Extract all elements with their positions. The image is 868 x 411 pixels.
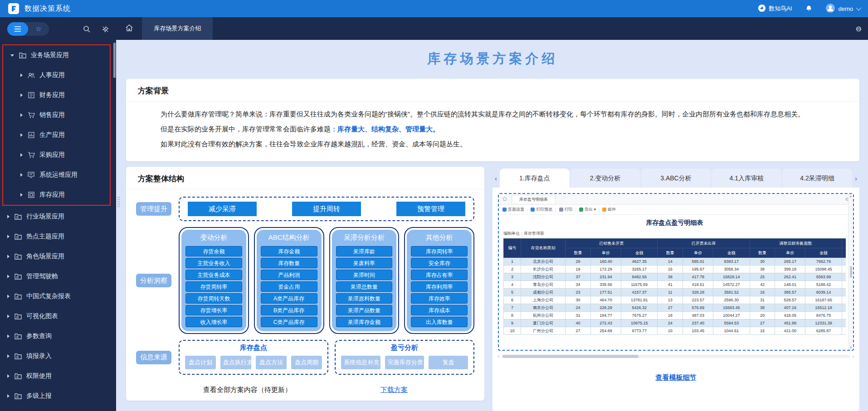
toolbar-打印预览[interactable]: 打印预览 — [531, 207, 552, 213]
analysis-metric-item: 存货余额 — [185, 246, 242, 256]
caret-down-icon[interactable] — [10, 54, 14, 57]
analysis-metric-item: 库存成本 — [411, 305, 468, 315]
directory-view-button[interactable] — [7, 22, 28, 36]
caret-right-icon[interactable] — [20, 73, 23, 77]
sidebar-item[interactable]: 填报录入 — [0, 346, 116, 366]
preview-tab[interactable]: 2.变动分析 — [571, 169, 640, 188]
view-all-text: 查看全部方案内容（待更新） — [203, 386, 292, 394]
monitor-icon — [27, 171, 35, 179]
background-highlight: 库存量大、结构复杂、管理量大。 — [337, 125, 439, 133]
sidebar-item-label: 权限使用 — [26, 372, 52, 380]
template-screenshot: 库存盘亏明细表 ⊖ 页面设置|打印预览|打印|导出 ▾|邮件 库存盘点盈亏明细表… — [498, 193, 854, 351]
sidebar-item[interactable]: 热点主题应用 — [0, 227, 116, 247]
scroll-up-icon[interactable]: ▲ — [849, 195, 852, 198]
caret-right-icon[interactable] — [7, 394, 10, 398]
analysis-column: 变动分析存货余额主营业务收入主营业务成本存货周转率存货周转天数存货增长率收入增长… — [179, 227, 249, 334]
sidebar-resize-handle[interactable] — [117, 196, 120, 208]
toolbar-打印[interactable]: 打印 — [559, 207, 573, 213]
sidebar-item[interactable]: 中国式复杂报表 — [0, 286, 116, 306]
col-group-header: 调整后财务账面数 — [750, 239, 842, 248]
caret-right-icon[interactable] — [20, 133, 23, 137]
col-header-name: 存货名称类别 — [521, 239, 565, 258]
caret-right-icon[interactable] — [7, 255, 10, 258]
toolbar-页面设置[interactable]: 页面设置 — [502, 207, 524, 213]
preview-tab[interactable]: 1.库存盘点 — [500, 169, 570, 188]
sidebar-item[interactable]: 系统运维应用 — [3, 165, 110, 185]
caret-right-icon[interactable] — [7, 275, 10, 278]
report-table: 编号存货名称类别已销售未开票已开票未出库调整后财务账面数实际盘点数数量单价金额数… — [503, 238, 846, 335]
page-content: 库存场景方案介绍 方案背景 为什么要做库存管理呢？简单来说：库存重要但又往往成为… — [116, 40, 868, 411]
sidebar-scrollbar[interactable] — [113, 43, 116, 78]
caret-right-icon[interactable] — [7, 235, 10, 238]
sidebar-item[interactable]: 销售应用 — [3, 105, 110, 125]
col-group-header: 已销售未开票 — [566, 239, 658, 248]
col-sub-header: 单价 — [683, 248, 713, 258]
management-improve-box: 减少呆滞提升周转预警管理 — [179, 197, 474, 221]
user-menu[interactable]: demo — [826, 4, 860, 14]
caret-right-icon[interactable] — [7, 374, 10, 378]
sidebar-item[interactable]: 管理驾驶舱 — [0, 266, 116, 286]
info-source-item: 系统信息补充 — [341, 356, 380, 369]
sidebar-item[interactable]: 分析报告 — [0, 406, 116, 411]
toolbar-邮件[interactable]: 邮件 — [602, 207, 616, 213]
ai-assistant-entry[interactable]: 数知鸟AI — [758, 4, 792, 14]
info-source-item: 盘点计划 — [185, 356, 216, 369]
col-sub-header: 数量 — [842, 248, 846, 258]
tabs-scroll-left-icon[interactable]: ‹ — [493, 174, 499, 188]
pin-off-icon[interactable] — [102, 26, 109, 33]
caret-right-icon[interactable] — [7, 334, 10, 338]
preview-tab[interactable]: 4.2呆滞明细 — [782, 169, 852, 188]
sidebar-item[interactable]: 财务应用 — [3, 85, 110, 105]
sidebar-item[interactable]: 角色场景应用 — [0, 247, 116, 266]
download-plan-link[interactable]: 下载方案 — [380, 386, 408, 394]
sidebar-item[interactable]: 采购应用 — [3, 145, 110, 165]
favorites-view-button[interactable]: ☆ — [28, 22, 49, 36]
caret-right-icon[interactable] — [7, 215, 10, 218]
folder-icon — [14, 372, 22, 380]
scroll-down-icon[interactable]: ▼ — [849, 346, 852, 349]
sidebar-item[interactable]: 业务场景应用 — [3, 45, 110, 65]
caret-right-icon[interactable] — [7, 354, 10, 358]
scroll-left-icon[interactable]: ‹ — [498, 354, 499, 359]
user-name: demo — [838, 5, 853, 12]
view-template-detail-link[interactable]: 查看模板细节 — [498, 373, 854, 382]
toolbar-导出[interactable]: 导出 ▾ — [579, 207, 596, 213]
analysis-column-header: 变动分析 — [185, 232, 242, 245]
folder-icon — [14, 273, 22, 280]
sidebar-item[interactable]: 可视化图表 — [0, 306, 116, 326]
caret-right-icon[interactable] — [20, 173, 23, 177]
preview-tab[interactable]: 4.1入库审核 — [712, 169, 781, 188]
sidebar-item[interactable]: 参数查询 — [0, 326, 116, 346]
caret-right-icon[interactable] — [20, 113, 23, 117]
analysis-metric-item: 库存占有率 — [411, 270, 468, 280]
sidebar-item-label: 采购应用 — [39, 151, 65, 159]
analysis-metric-item: 安全库存 — [411, 258, 468, 268]
mini-toolbar: 页面设置|打印预览|打印|导出 ▾|邮件 — [499, 205, 853, 215]
scroll-right-icon[interactable]: › — [853, 354, 854, 359]
collapse-icon[interactable]: ⊖ — [856, 17, 868, 40]
app-logo-icon — [8, 3, 19, 14]
search-icon[interactable] — [83, 25, 90, 33]
structure-diagram: 管理提升 减少呆滞提升周转预警管理 分析洞察 变动分析存货余额主营业务收入主营业… — [126, 189, 484, 401]
tabs-scroll-right-icon[interactable]: › — [853, 174, 859, 188]
caret-right-icon[interactable] — [20, 93, 23, 97]
sidebar-item-label: 角色场景应用 — [26, 252, 64, 261]
analysis-metric-item: 库存周转率 — [411, 246, 468, 256]
horizontal-scrollbar[interactable]: ‹ › — [498, 353, 854, 359]
caret-right-icon[interactable] — [20, 153, 23, 157]
sidebar-item-label: 人事应用 — [39, 71, 65, 79]
sidebar-item[interactable]: 权限使用 — [0, 366, 116, 386]
sidebar-item[interactable]: 库存应用 — [3, 185, 110, 205]
sidebar-item[interactable]: 多级上报 — [0, 386, 116, 406]
notifications-bell-icon[interactable] — [805, 5, 812, 12]
sidebar-item[interactable]: 人事应用 — [3, 65, 110, 85]
sidebar-item[interactable]: 行业场景应用 — [0, 207, 116, 227]
sidebar-item[interactable]: 生产应用 — [3, 125, 110, 145]
caret-right-icon[interactable] — [7, 314, 10, 318]
caret-right-icon[interactable] — [20, 193, 23, 197]
home-tab[interactable] — [116, 17, 142, 40]
preview-tab[interactable]: 3.ABC分析 — [641, 169, 711, 188]
sidebar-item-label: 中国式复杂报表 — [26, 292, 71, 300]
caret-right-icon[interactable] — [7, 295, 10, 298]
active-document-tab[interactable]: 库存场景方案介绍 — [142, 17, 213, 40]
